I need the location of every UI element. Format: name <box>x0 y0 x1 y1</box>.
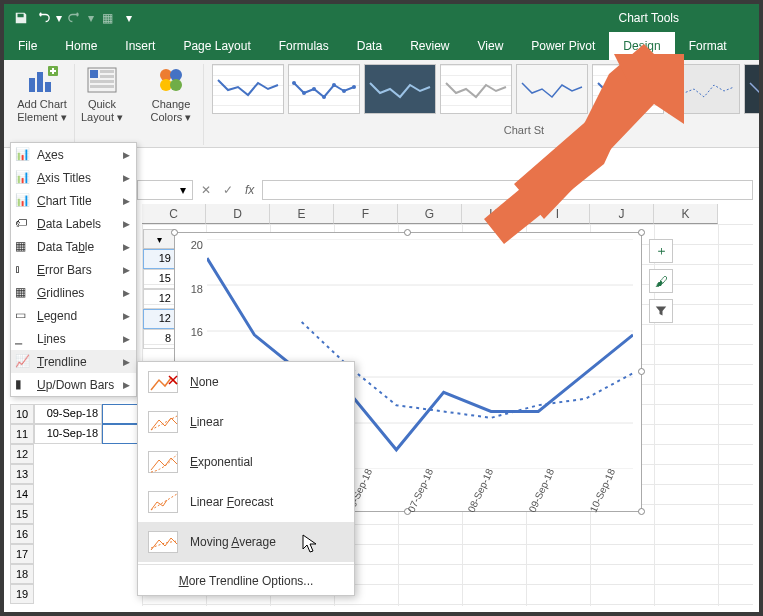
tab-design[interactable]: Design <box>609 32 674 60</box>
col-hdr[interactable]: J <box>590 204 654 224</box>
cell[interactable]: 8 <box>143 329 175 349</box>
svg-point-20 <box>352 85 356 89</box>
menu-gridlines[interactable]: ▦Gridlines▶ <box>11 281 136 304</box>
enter-icon[interactable]: ✓ <box>219 183 237 197</box>
row-hdr[interactable]: 13 <box>10 464 34 484</box>
tab-home[interactable]: Home <box>51 32 111 60</box>
menu-axes[interactable]: 📊Axes▶ <box>11 143 136 166</box>
menu-updown-bars[interactable]: ▮Up/Down Bars▶ <box>11 373 136 396</box>
trendline-moving-average[interactable]: Moving Average <box>138 522 354 562</box>
name-box[interactable]: ▾ <box>137 180 193 200</box>
trendline-exponential[interactable]: Exponential <box>138 442 354 482</box>
col-hdr[interactable]: H <box>462 204 526 224</box>
trendline-linear-forecast[interactable]: Linear Forecast <box>138 482 354 522</box>
tab-view[interactable]: View <box>464 32 518 60</box>
formula-input[interactable] <box>262 180 753 200</box>
chart-filters-button[interactable] <box>649 299 673 323</box>
chart-style-5[interactable] <box>516 64 588 114</box>
tab-review[interactable]: Review <box>396 32 463 60</box>
chart-style-3[interactable] <box>364 64 436 114</box>
svg-rect-8 <box>90 80 114 83</box>
change-colors-button[interactable]: Change Colors ▾ <box>143 64 199 123</box>
menu-axis-titles[interactable]: 📊Axis Titles▶ <box>11 166 136 189</box>
menu-chart-title[interactable]: 📊Chart Title▶ <box>11 189 136 212</box>
row-hdr[interactable]: 17 <box>10 544 34 564</box>
menu-legend[interactable]: ▭Legend▶ <box>11 304 136 327</box>
svg-line-31 <box>151 494 177 510</box>
row-hdr[interactable]: 10 <box>10 404 34 424</box>
menu-error-bars[interactable]: ⫾Error Bars▶ <box>11 258 136 281</box>
chart-style-6[interactable] <box>592 64 664 114</box>
chart-style-8[interactable] <box>744 64 763 114</box>
svg-point-18 <box>332 83 336 87</box>
cell[interactable]: 12 <box>143 309 175 329</box>
svg-point-17 <box>322 95 326 99</box>
trendline-submenu: None Linear Exponential Linear Forecast … <box>137 361 355 596</box>
tab-data[interactable]: Data <box>343 32 396 60</box>
trendline-more-options[interactable]: More Trendline Options... <box>138 567 354 595</box>
col-hdr[interactable]: F <box>334 204 398 224</box>
svg-rect-7 <box>100 75 114 78</box>
ribbon: Add Chart Element ▾ Quick Layout ▾ Chang… <box>4 60 759 148</box>
menu-trendline[interactable]: 📈Trendline▶ <box>11 350 136 373</box>
quick-layout-button[interactable]: Quick Layout ▾ <box>74 64 130 123</box>
column-headers: C D E F G H I J K <box>142 204 753 224</box>
quick-layout-label: Quick Layout ▾ <box>81 98 123 123</box>
menu-data-labels[interactable]: 🏷Data Labels▶ <box>11 212 136 235</box>
svg-point-21 <box>625 94 631 100</box>
tab-formulas[interactable]: Formulas <box>265 32 343 60</box>
svg-point-15 <box>302 91 306 95</box>
row-hdr[interactable]: 16 <box>10 524 34 544</box>
cell[interactable]: 10-Sep-18 <box>34 424 102 444</box>
svg-rect-6 <box>100 70 114 73</box>
svg-rect-2 <box>45 82 51 92</box>
qat-customize-icon[interactable]: ▾ <box>118 7 140 29</box>
svg-line-30 <box>151 416 177 430</box>
cell[interactable]: 12 <box>143 289 175 309</box>
qat-grid-icon[interactable]: ▦ <box>96 7 118 29</box>
row-hdr[interactable]: 15 <box>10 504 34 524</box>
col-hdr[interactable]: C <box>142 204 206 224</box>
ribbon-tabs: File Home Insert Page Layout Formulas Da… <box>4 32 759 60</box>
undo-icon[interactable] <box>32 7 54 29</box>
tab-insert[interactable]: Insert <box>111 32 169 60</box>
menu-data-table[interactable]: ▦Data Table▶ <box>11 235 136 258</box>
chart-styles-button[interactable]: 🖌 <box>649 269 673 293</box>
redo-more-icon[interactable]: ▾ <box>86 7 96 29</box>
row-hdr[interactable]: 12 <box>10 444 34 464</box>
cell[interactable]: 19 <box>143 249 175 269</box>
chart-style-4[interactable] <box>440 64 512 114</box>
row-hdr[interactable]: 18 <box>10 564 34 584</box>
chart-styles-group-label: Chart St <box>212 124 763 136</box>
redo-icon[interactable] <box>64 7 86 29</box>
col-hdr[interactable]: K <box>654 204 718 224</box>
fx-icon[interactable]: fx <box>241 183 258 197</box>
tab-page-layout[interactable]: Page Layout <box>169 32 264 60</box>
row-hdr[interactable]: 19 <box>10 584 34 604</box>
svg-point-14 <box>292 81 296 85</box>
col-hdr[interactable]: E <box>270 204 334 224</box>
chart-style-2[interactable] <box>288 64 360 114</box>
trendline-none[interactable]: None <box>138 362 354 402</box>
save-icon[interactable] <box>10 7 32 29</box>
cell[interactable]: 15 <box>143 269 175 289</box>
cancel-icon[interactable]: ✕ <box>197 183 215 197</box>
chart-style-7[interactable] <box>668 64 740 114</box>
svg-rect-0 <box>29 78 35 92</box>
col-hdr[interactable]: I <box>526 204 590 224</box>
tab-power-pivot[interactable]: Power Pivot <box>517 32 609 60</box>
add-chart-element-button[interactable]: Add Chart Element ▾ <box>14 64 70 123</box>
undo-more-icon[interactable]: ▾ <box>54 7 64 29</box>
chart-elements-button[interactable]: ＋ <box>649 239 673 263</box>
svg-rect-5 <box>90 70 98 78</box>
col-hdr[interactable]: D <box>206 204 270 224</box>
chart-style-1[interactable] <box>212 64 284 114</box>
menu-lines[interactable]: ⎯Lines▶ <box>11 327 136 350</box>
cell[interactable]: 09-Sep-18 <box>34 404 102 424</box>
col-hdr[interactable]: G <box>398 204 462 224</box>
tab-file[interactable]: File <box>4 32 51 60</box>
row-hdr[interactable]: 14 <box>10 484 34 504</box>
trendline-linear[interactable]: Linear <box>138 402 354 442</box>
row-hdr[interactable]: 11 <box>10 424 34 444</box>
tab-format[interactable]: Format <box>675 32 741 60</box>
